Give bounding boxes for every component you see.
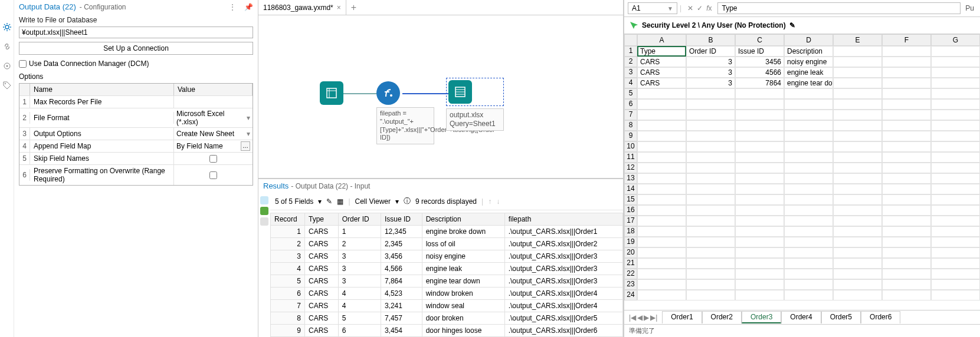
- cell[interactable]: [686, 99, 735, 110]
- column-header[interactable]: filepath: [504, 213, 622, 226]
- cell[interactable]: [833, 110, 882, 120]
- row-header[interactable]: 17: [624, 216, 637, 226]
- cell[interactable]: [686, 226, 735, 237]
- row-header[interactable]: 8: [624, 120, 637, 131]
- cell[interactable]: [637, 279, 686, 290]
- row-header[interactable]: 12: [624, 163, 637, 173]
- cell[interactable]: [784, 205, 833, 216]
- table-row[interactable]: 2CARS22,345loss of oil.\output_CARS.xlsx…: [271, 238, 623, 250]
- cell[interactable]: [735, 141, 784, 152]
- cell[interactable]: [735, 226, 784, 237]
- cell[interactable]: [637, 247, 686, 258]
- cell[interactable]: [735, 247, 784, 258]
- cell[interactable]: [784, 237, 833, 247]
- cell[interactable]: [882, 205, 931, 216]
- cell[interactable]: [686, 163, 735, 173]
- row-header[interactable]: 13: [624, 173, 637, 184]
- cell[interactable]: [931, 110, 980, 120]
- option-row[interactable]: 2File FormatMicrosoft Excel (*.xlsx)▾: [19, 108, 253, 127]
- cell[interactable]: [637, 163, 686, 173]
- cell[interactable]: [637, 216, 686, 226]
- pin-icon[interactable]: 📌: [244, 3, 253, 11]
- cell[interactable]: [931, 184, 980, 194]
- cell[interactable]: [784, 279, 833, 290]
- cell[interactable]: [735, 205, 784, 216]
- cell[interactable]: [637, 269, 686, 279]
- row-header[interactable]: 11: [624, 152, 637, 163]
- row-header[interactable]: 4: [624, 78, 637, 88]
- cell[interactable]: [931, 205, 980, 216]
- cell[interactable]: [833, 46, 882, 57]
- select-all-corner[interactable]: [624, 34, 637, 46]
- cell[interactable]: [882, 184, 931, 194]
- results-pill-1[interactable]: [260, 196, 268, 204]
- cell[interactable]: [735, 120, 784, 131]
- cell[interactable]: [637, 226, 686, 237]
- cell[interactable]: [882, 141, 931, 152]
- results-grid[interactable]: RecordTypeOrder IDIssue IDDescriptionfil…: [270, 213, 623, 337]
- column-header[interactable]: Type: [305, 213, 339, 226]
- cell[interactable]: CARS: [637, 78, 686, 88]
- table-row[interactable]: 5CARS37,864engine tear down.\output_CARS…: [271, 275, 623, 288]
- cell[interactable]: [686, 237, 735, 247]
- column-header[interactable]: B: [686, 34, 735, 46]
- cell[interactable]: [833, 205, 882, 216]
- cell[interactable]: CARS: [637, 67, 686, 78]
- fx-icon[interactable]: fx: [706, 4, 712, 12]
- row-header[interactable]: 16: [624, 205, 637, 216]
- row-header[interactable]: 14: [624, 184, 637, 194]
- cell[interactable]: [686, 194, 735, 205]
- formula-input[interactable]: [717, 2, 961, 14]
- cell[interactable]: [833, 88, 882, 99]
- row-header[interactable]: 23: [624, 279, 637, 290]
- row-header[interactable]: 6: [624, 99, 637, 110]
- cell[interactable]: [882, 290, 931, 300]
- cell[interactable]: [735, 184, 784, 194]
- row-header[interactable]: 7: [624, 110, 637, 120]
- row-header[interactable]: 24: [624, 290, 637, 300]
- cell[interactable]: [882, 258, 931, 269]
- cell[interactable]: [686, 120, 735, 131]
- cell[interactable]: [686, 152, 735, 163]
- cell[interactable]: CARS: [637, 57, 686, 67]
- cell[interactable]: [784, 194, 833, 205]
- cell[interactable]: [882, 226, 931, 237]
- cell[interactable]: Issue ID: [735, 46, 784, 57]
- cell[interactable]: Description: [784, 46, 833, 57]
- cell[interactable]: [784, 269, 833, 279]
- cell[interactable]: [637, 173, 686, 184]
- arrow-down-icon[interactable]: ↓: [496, 197, 500, 206]
- cell[interactable]: [735, 173, 784, 184]
- cell[interactable]: [931, 152, 980, 163]
- cell[interactable]: [833, 279, 882, 290]
- cell[interactable]: [833, 163, 882, 173]
- cell[interactable]: [637, 290, 686, 300]
- cell[interactable]: [784, 141, 833, 152]
- cell[interactable]: engine leak: [784, 67, 833, 78]
- cell[interactable]: [686, 141, 735, 152]
- tag-icon[interactable]: [2, 81, 12, 92]
- gear-icon[interactable]: [2, 22, 12, 34]
- cell[interactable]: [637, 120, 686, 131]
- cell[interactable]: Type: [637, 46, 686, 57]
- cell[interactable]: [784, 163, 833, 173]
- edit-icon[interactable]: ✎: [326, 197, 332, 206]
- cell[interactable]: [931, 46, 980, 57]
- cell[interactable]: [882, 194, 931, 205]
- cell[interactable]: [686, 216, 735, 226]
- cell[interactable]: [735, 88, 784, 99]
- cell[interactable]: [833, 226, 882, 237]
- dcm-row[interactable]: Use Data Connection Manager (DCM): [14, 58, 258, 71]
- sheet-tab[interactable]: Order5: [821, 311, 861, 323]
- cell[interactable]: [637, 237, 686, 247]
- cell[interactable]: [931, 194, 980, 205]
- cell[interactable]: [784, 131, 833, 141]
- cell[interactable]: [784, 258, 833, 269]
- formula-tool-node[interactable]: filepath = ".\output_"+[Type]+".xlsx|||"…: [376, 81, 434, 144]
- table-row[interactable]: 9CARS63,454door hinges loose.\output_CAR…: [271, 325, 623, 337]
- table-row[interactable]: 3CARS33,456noisy engine.\output_CARS.xls…: [271, 250, 623, 263]
- cell[interactable]: [882, 152, 931, 163]
- setup-connection-button[interactable]: Set Up a Connection: [19, 42, 253, 55]
- column-header[interactable]: F: [882, 34, 931, 46]
- results-pill-2[interactable]: [260, 207, 268, 215]
